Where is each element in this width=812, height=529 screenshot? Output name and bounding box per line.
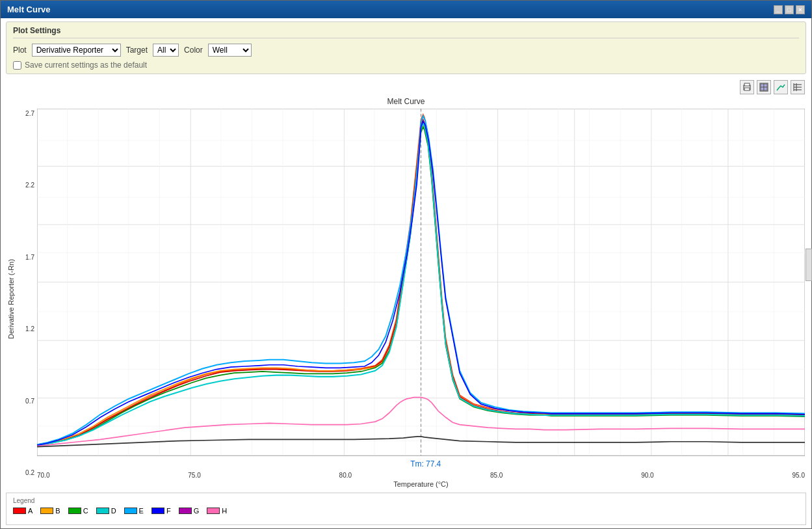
color-select[interactable]: Well Sample Target <box>208 44 252 57</box>
legend-area: Legend A B C D <box>6 493 806 525</box>
y-axis-label: Derivative Reporter (-Rn) <box>7 109 19 489</box>
legend-swatch-f <box>151 508 164 514</box>
print-icon <box>742 83 752 92</box>
y-tick-labels: 0.2 0.7 1.2 1.7 2.2 2.7 <box>19 109 37 489</box>
legend-swatch-b <box>40 508 53 514</box>
export-icon <box>759 83 768 92</box>
title-bar-buttons: _ □ × <box>774 5 805 14</box>
legend-item-d: D <box>96 507 116 515</box>
legend-swatch-a <box>13 508 26 514</box>
chart-area: Derivative Reporter (-Rn) 0.2 0.7 1.2 1.… <box>1 109 811 489</box>
svg-rect-5 <box>764 84 767 87</box>
legend-items: A B C D E <box>13 507 799 515</box>
settings-controls-row: Plot Derivative Reporter Normalized Repo… <box>13 44 799 57</box>
plot-select[interactable]: Derivative Reporter Normalized Reporter <box>32 44 121 57</box>
save-default-row: Save current settings as the default <box>13 61 799 70</box>
chart-title: Melt Curve <box>1 97 811 106</box>
list-view-button[interactable] <box>791 80 805 94</box>
legend-item-h: H <box>207 507 227 515</box>
svg-rect-7 <box>764 87 767 90</box>
color-label: Color <box>184 46 203 55</box>
x-axis-label: Temperature (°C) <box>37 479 805 489</box>
legend-item-b: B <box>40 507 60 515</box>
legend-item-a: A <box>13 507 33 515</box>
save-default-label: Save current settings as the default <box>25 61 147 70</box>
svg-rect-4 <box>761 84 764 87</box>
legend-swatch-d <box>96 508 109 514</box>
window-title: Melt Curve <box>7 5 50 14</box>
line-chart-icon <box>776 83 785 92</box>
line-chart-button[interactable] <box>774 80 788 94</box>
minimize-button[interactable]: _ <box>774 5 783 14</box>
legend-item-c: C <box>68 507 88 515</box>
export-button[interactable] <box>757 80 771 94</box>
svg-rect-6 <box>761 87 764 90</box>
svg-rect-1 <box>744 83 750 86</box>
svg-rect-2 <box>744 88 750 90</box>
plot-settings-panel: Plot Settings Plot Derivative Reporter N… <box>6 21 806 74</box>
maximize-button[interactable]: □ <box>785 5 794 14</box>
settings-tab-label: Plot Settings <box>13 26 799 38</box>
legend-swatch-c <box>68 508 81 514</box>
save-default-checkbox[interactable] <box>13 61 21 70</box>
legend-swatch-e <box>124 508 137 514</box>
print-button[interactable] <box>740 80 754 94</box>
target-select[interactable]: All <box>153 44 179 57</box>
svg-text:Tm: 77.4: Tm: 77.4 <box>410 459 441 468</box>
legend-swatch-h <box>207 508 220 514</box>
list-icon <box>793 83 802 92</box>
content-area: Plot Settings Plot Derivative Reporter N… <box>1 18 811 528</box>
x-tick-labels: 70.0 75.0 80.0 85.0 90.0 95.0 <box>37 470 805 479</box>
close-button[interactable]: × <box>796 5 805 14</box>
title-bar: Melt Curve _ □ × <box>1 1 811 18</box>
plot-label: Plot <box>13 46 27 55</box>
chart-svg: Tm: 77.4 <box>37 109 805 470</box>
chart-plot: Tm: 77.4 <box>37 109 805 470</box>
chart-toolbar <box>1 77 811 97</box>
target-label: Target <box>126 46 148 55</box>
legend-item-e: E <box>124 507 144 515</box>
main-window: Melt Curve _ □ × Plot Settings Plot Deri… <box>0 0 812 529</box>
chart-inner: Tm: 77.4 <box>37 109 805 489</box>
legend-item-f: F <box>151 507 171 515</box>
scroll-indicator <box>805 249 812 281</box>
chart-container: Derivative Reporter (-Rn) 0.2 0.7 1.2 1.… <box>7 109 805 489</box>
legend-swatch-g <box>179 508 192 514</box>
legend-title: Legend <box>13 497 799 504</box>
legend-item-g: G <box>179 507 200 515</box>
